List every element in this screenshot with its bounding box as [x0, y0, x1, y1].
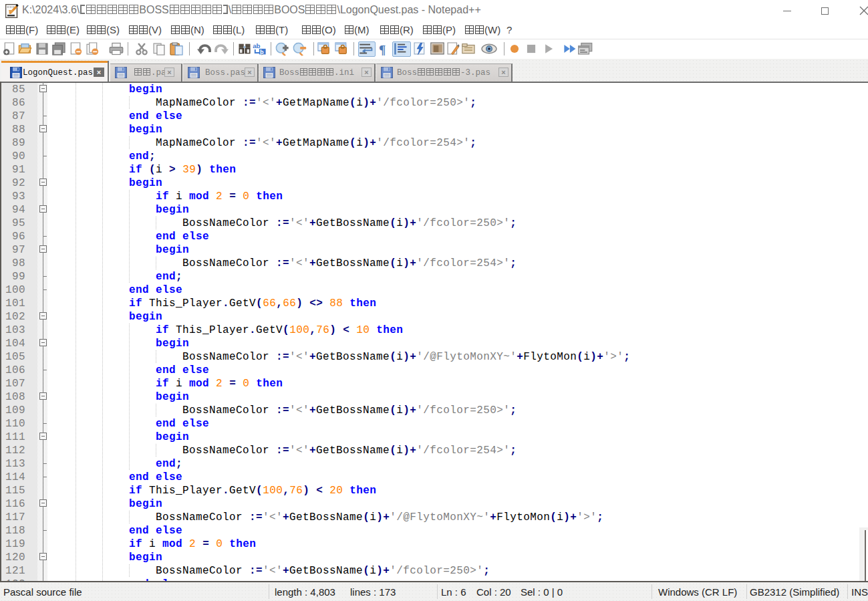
svg-text:ab: ab — [253, 42, 260, 49]
svg-text:b: b — [260, 49, 264, 55]
